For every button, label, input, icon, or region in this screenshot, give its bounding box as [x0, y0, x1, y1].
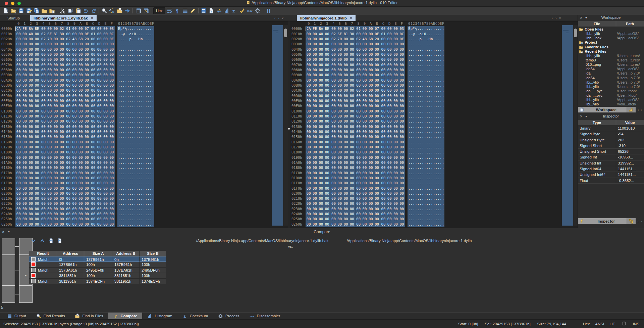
tool-tab-histogram[interactable]: Histogram [142, 313, 177, 319]
workspace-file-row[interactable]: ida64/Users...o 7.0/ [578, 76, 644, 80]
save-as-icon[interactable] [25, 7, 33, 14]
new-file-icon[interactable] [2, 7, 9, 14]
copy-to-file-a-icon[interactable] [48, 238, 54, 244]
hex-row[interactable]: 0090h00000000000000000000000000000000...… [0, 73, 288, 78]
compare-result-row[interactable]: Difference137B961h100h137B961h100h [29, 262, 166, 267]
hex-row[interactable]: 0150h00000000000000000000000000000000...… [0, 134, 288, 139]
hex-row[interactable]: 0180h00000000000000000000000000000000...… [290, 150, 578, 155]
hex-row[interactable]: 0170h00000000000000000000000000000000...… [290, 145, 578, 150]
undo-icon[interactable] [82, 7, 90, 14]
previous-difference-icon[interactable] [39, 238, 46, 244]
hex-row[interactable]: 0250h00000000000000000000000000000000...… [290, 217, 578, 222]
hex-row[interactable]: 0170h00000000000000000000000000000000...… [0, 145, 288, 150]
status-hex-toggle[interactable]: Hex [583, 322, 590, 326]
cut-icon[interactable] [59, 7, 66, 14]
calculator-icon[interactable] [200, 7, 208, 14]
tool-tab-find-in-files[interactable]: Find in Files [70, 313, 108, 319]
hex-row[interactable]: 0260h00000000000000000000000000000000...… [290, 222, 578, 227]
checksum-icon[interactable]: ± [231, 7, 238, 14]
hex-row[interactable]: 01F0h00000000000000000000000000000000...… [0, 186, 288, 191]
edit-template-icon[interactable] [134, 7, 142, 14]
hex-row[interactable]: 0180h00000000000000000000000000000000...… [0, 150, 288, 155]
hex-row[interactable]: 0260h00000000000000000000000000000000...… [0, 222, 288, 227]
hex-row[interactable]: 0110h00000000000000000000000000000000...… [0, 114, 288, 119]
tab-file-b[interactable]: libbinaryninjacore.1.dylib × [297, 15, 356, 21]
tool-tab-process[interactable]: Process [213, 313, 245, 319]
hex-row[interactable]: 0230h00000000000000000000000000000000...… [290, 206, 578, 212]
hex-row[interactable]: 0050h00000000000000000000000000000000...… [0, 52, 288, 57]
hex-row[interactable]: 01C0h00000000000000000000000000000000...… [290, 171, 578, 176]
hex-row[interactable]: 0030h00000000000000000000000000000000...… [290, 42, 578, 47]
inspector-row[interactable]: Signed Int641441151... [578, 166, 644, 172]
workspace-file-row[interactable]: ida_....pyc/User...thon/ [578, 89, 644, 93]
workspace-file-row[interactable]: ida_....pyc/User...ktop/ [578, 93, 644, 98]
hex-row[interactable]: 0220h00000000000000000000000000000000...… [0, 201, 288, 206]
status-charset-toggle[interactable]: ANSI [595, 322, 604, 326]
hex-row[interactable]: 0160h00000000000000000000000000000000...… [290, 140, 578, 145]
workspace-file-row[interactable]: libi...ylib/Volu...atch/ [578, 102, 644, 106]
inspector-row[interactable]: Unsigned Byte202 [578, 137, 644, 143]
tab-startup[interactable]: Startup [3, 15, 24, 21]
hex-row[interactable]: 01B0h00000000000000000000000000000000...… [0, 165, 288, 170]
hex-row[interactable]: 01B0h00000000000000000000000000000000...… [290, 165, 578, 170]
hex-row[interactable]: 00B0h00000000000000000000000000000000...… [290, 83, 578, 88]
workspace-file-row[interactable]: temp3/Users...tures/ [578, 58, 644, 62]
hex-row[interactable]: 0120h00000000000000000000000000000000...… [290, 119, 578, 124]
hex-row[interactable]: 00B0h00000000000000000000000000000000...… [0, 83, 288, 88]
hex-row[interactable]: 01F0h00000000000000000000000000000000...… [290, 186, 578, 191]
workspace-tab[interactable]: Workspace [586, 107, 627, 112]
hex-row[interactable]: 0140h00000000000000000000000000000000...… [290, 129, 578, 134]
show-whitespace-icon[interactable]: ¶ [174, 7, 181, 14]
save-icon[interactable] [17, 7, 25, 14]
hex-row[interactable]: 00E0h00000000000000000000000000000000...… [290, 98, 578, 103]
inspector-row[interactable]: Signed Short-310 [578, 143, 644, 149]
hex-row[interactable]: 0000hCAFEBABE000000020100000700000003Êþº… [290, 26, 578, 31]
tool-tab-disassembler[interactable]: movDisassembler [245, 313, 285, 319]
workspace-file-row[interactable]: libb...ylib/Appl...acOS/ [578, 32, 644, 36]
hex-row[interactable]: 00A0h00000000000000000000000000000000...… [0, 78, 288, 83]
workspace-file-row[interactable]: 010...png/Users...tures/ [578, 62, 644, 67]
hex-row[interactable]: 0200h00000000000000000000000000000000...… [0, 191, 288, 196]
hex-row[interactable]: 0140h00000000000000000000000000000000...… [0, 129, 288, 134]
file-properties-icon[interactable] [48, 7, 56, 14]
workspace-folder-row[interactable]: Open Files [578, 27, 644, 32]
compare-result-row[interactable]: Match3811951h1374ECFh3811951h1374ECFh [29, 279, 166, 284]
hex-row[interactable]: 00D0h00000000000000000000000000000000...… [0, 93, 288, 98]
hex-row[interactable]: 0190h00000000000000000000000000000000...… [290, 155, 578, 160]
workspace-file-row[interactable]: libi...ylib/Appl...acOS/ [578, 98, 644, 102]
compare-result-row[interactable]: Match137BA61h2495DF0h137BA61h2495DF0h [29, 268, 166, 273]
validate-icon[interactable] [238, 7, 246, 14]
clipboard-icon[interactable] [622, 321, 626, 326]
status-insert-toggle[interactable]: INS [633, 322, 639, 326]
hex-row[interactable]: 0120h00000000000000000000000000000000...… [0, 119, 288, 124]
inspector-row[interactable]: Unsigned Int319992... [578, 160, 644, 166]
pane-a-nav-arrows[interactable]: ‹›∨ [274, 15, 284, 21]
hex-row[interactable]: 0110h00000000000000000000000000000000...… [290, 114, 578, 119]
compare-files-icon[interactable] [215, 7, 223, 14]
redo-icon[interactable] [90, 7, 97, 14]
hex-row[interactable]: 0150h00000000000000000000000000000000...… [290, 134, 578, 139]
status-endian-toggle[interactable]: LIT [609, 322, 615, 326]
tree-icon[interactable] [627, 218, 635, 224]
files-icon[interactable] [578, 107, 586, 112]
hex-row[interactable]: 00C0h00000000000000000000000000000000...… [0, 88, 288, 93]
hex-row[interactable]: 00A0h00000000000000000000000000000000...… [290, 78, 578, 83]
edit-columns-icon[interactable] [181, 7, 189, 14]
inspector-row[interactable]: Binary11001010 [578, 126, 644, 131]
tab-file-a-close-icon[interactable]: × [91, 16, 93, 20]
compare-result-row[interactable]: Difference3811851h100h3811851h100h [29, 273, 166, 278]
copy-to-file-b-icon[interactable] [56, 238, 63, 244]
hex-row[interactable]: 00C0h00000000000000000000000000000000...… [290, 88, 578, 93]
compare-result-row[interactable]: Match0h137B961h0h137B961h [29, 256, 166, 262]
pane-b-nav-arrows[interactable]: ‹›∨ [552, 15, 561, 21]
hex-row[interactable]: 0130h00000000000000000000000000000000...… [0, 124, 288, 129]
hex-row[interactable]: 0210h00000000000000000000000000000000...… [290, 196, 578, 201]
compare-table-header[interactable]: ResultAddress A∧Size AAddress BSize B [29, 251, 166, 256]
hex-row[interactable]: 0040h00000000000000000000000000000000...… [0, 47, 288, 52]
inspector-close-icon[interactable]: × [580, 114, 582, 119]
hex-editor-a[interactable]: 0123456789ABCDEF0123456789ABCDEF0000hCAF… [0, 21, 288, 227]
help-topics-icon[interactable]: ? [208, 7, 215, 14]
tool-tab-output[interactable]: Output [2, 313, 31, 319]
hex-row[interactable]: 0230h00000000000000000000000000000000...… [0, 206, 288, 212]
hex-row[interactable]: 01D0h00000000000000000000000000000000...… [290, 176, 578, 181]
